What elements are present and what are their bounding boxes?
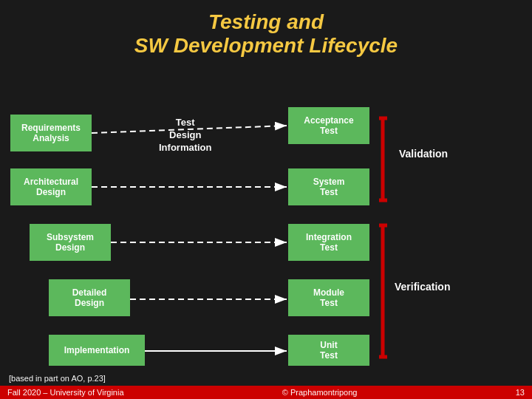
arch-design-box: ArchitecturalDesign [10,168,92,205]
center-label: TestDesignInformation [159,117,212,154]
acceptance-test-box: AcceptanceTest [288,107,369,144]
page: Testing and SW Development Lifecycle [0,0,532,399]
implementation-label: Implementation [64,345,130,355]
footnote: [based in part on AO, p.23] [9,374,106,383]
title-line2: SW Development Lifecycle [0,34,532,58]
integration-test-box: IntegrationTest [288,224,369,261]
implementation-box: Implementation [49,335,145,366]
validation-label: Validation [399,148,448,160]
diagram-area: RequirementsAnalysis ArchitecturalDesign… [0,66,532,362]
footer-right: 13 [516,388,525,397]
detail-design-box: DetailedDesign [49,279,130,316]
verification-label: Verification [395,281,450,293]
footer-center: © Praphamontripong [282,388,358,397]
arch-design-label: ArchitecturalDesign [24,177,78,197]
integration-test-label: IntegrationTest [306,232,352,253]
detail-design-label: DetailedDesign [72,287,107,308]
system-test-label: SystemTest [313,177,345,197]
footer-left: Fall 2020 – University of Virginia [7,388,124,397]
title-area: Testing and SW Development Lifecycle [0,0,532,64]
acceptance-test-label: AcceptanceTest [304,115,353,136]
unit-test-label: UnitTest [320,340,338,361]
arrows-svg [0,66,532,362]
sub-design-label: SubsystemDesign [47,232,94,253]
sub-design-box: SubsystemDesign [30,224,111,261]
system-test-box: SystemTest [288,168,369,205]
footer: Fall 2020 – University of Virginia © Pra… [0,386,532,399]
title-line1: Testing and [0,10,532,34]
module-test-label: ModuleTest [313,287,344,308]
module-test-box: ModuleTest [288,279,369,316]
center-label-text: TestDesignInformation [159,117,212,153]
req-analysis-label: RequirementsAnalysis [21,123,81,143]
req-analysis-box: RequirementsAnalysis [10,115,92,151]
unit-test-box: UnitTest [288,335,369,366]
